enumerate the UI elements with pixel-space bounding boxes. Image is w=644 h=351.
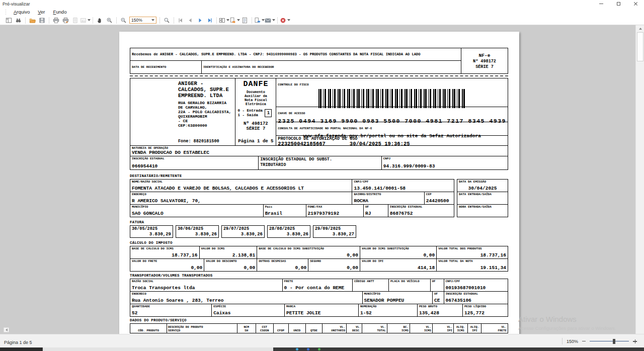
status-page-info: Página 1 de 5: [4, 340, 32, 345]
receipt-text: Recebemos de ANIGER - CALCADOS, SUPR.E E…: [130, 48, 461, 61]
danfe-subtitle-line1: Documento Auxiliar da: [237, 90, 274, 98]
vertical-scroll-thumb[interactable]: [637, 32, 643, 61]
maximize-button[interactable]: [610, 0, 627, 8]
minimize-icon: [599, 4, 603, 4]
gross-weight-label: PESO BRUTO: [419, 305, 461, 308]
installment-value: 3.830,26: [223, 232, 263, 237]
print-icon: [53, 17, 59, 24]
col-header: CÓD. PRODUTO: [131, 329, 166, 332]
prev-page-button[interactable]: [186, 16, 195, 25]
find-icon: [15, 17, 22, 24]
window-controls: [593, 0, 644, 8]
print-direct-button[interactable]: [61, 16, 70, 25]
open-button[interactable]: [28, 16, 37, 25]
tax-value: 18.737,16: [438, 252, 506, 258]
scroll-left-button[interactable]: [4, 327, 9, 332]
danfe-page-number: Página 1 de 5: [238, 139, 273, 144]
status-zoom-widget: 150%: [562, 338, 637, 344]
scroll-up-icon: [639, 28, 642, 30]
close-button[interactable]: [627, 0, 644, 8]
carrier-row-1: RAZÃO SOCIALTroca Transportes ltda FRETE…: [130, 279, 508, 292]
taskbar-icon-1[interactable]: [296, 348, 298, 350]
document-page: Recebemos de ANIGER - CALCADOS, SUPR.E E…: [119, 32, 519, 334]
zoom-in-slider-button[interactable]: [633, 339, 637, 343]
issuer-phone: Fone: 8820181500: [178, 139, 233, 144]
zoom-out-slider-button[interactable]: [582, 341, 586, 342]
recipient-phone-value: 21979379192: [308, 211, 362, 216]
picture-button[interactable]: [80, 16, 91, 25]
carrier-uf-label: UF: [432, 280, 442, 283]
col-header: TOTAL: [363, 329, 386, 332]
emission-date-value: 30/04/2025: [459, 186, 506, 191]
recipient-cnpj-label: CNPJ/CPF: [354, 180, 452, 184]
print-button[interactable]: [51, 16, 61, 25]
registration-row: INSCRIÇÃO ESTADUAL 066954410 INSCRIÇÃO E…: [130, 156, 508, 170]
save-icon: [39, 17, 45, 24]
save-button[interactable]: [37, 16, 47, 25]
text-view-button[interactable]: [240, 16, 250, 25]
nfe-series: SÉRIE 7: [475, 64, 494, 69]
quantity-value: 52: [132, 310, 210, 316]
zoom-slider[interactable]: [590, 341, 629, 341]
recipient-address-value: R AMERICO SALVATORI, 70,: [132, 198, 350, 204]
zoom-slider-thumb[interactable]: [613, 339, 615, 344]
tax-value: 18.737,16: [132, 252, 198, 258]
brand-value: PETITE JOLIE: [286, 310, 357, 316]
recipient-cnpj-value: 13.450.141/0001-58: [354, 186, 452, 191]
freight-label: FRETE: [284, 280, 351, 283]
scroll-up-button[interactable]: [636, 25, 644, 32]
last-page-button[interactable]: [205, 16, 214, 25]
panes-button[interactable]: [4, 16, 14, 25]
col-header: CSOSN: [257, 329, 272, 332]
recipient-cep-value: 24420500: [426, 198, 452, 204]
taskbar-active-window[interactable]: [43, 347, 273, 351]
menu-ver[interactable]: Ver: [35, 9, 48, 15]
operation-nature-row: NATUREZA DE OPERAÇÃO VENDA PRODUCAO DO E…: [130, 145, 508, 156]
nfe-number: Nº 498172: [473, 59, 496, 64]
zoom-out-button[interactable]: [119, 16, 128, 25]
pan-button[interactable]: [95, 16, 105, 25]
menu-fundo[interactable]: Fundo: [50, 9, 69, 15]
minimize-button[interactable]: [593, 0, 610, 8]
col-header: ICMS: [388, 329, 409, 332]
tax-value: 0,00: [362, 252, 435, 258]
tax-label: BASE DE CÁLCULO DO ICMS: [132, 247, 198, 250]
installment-date: 30/05/2025: [132, 226, 171, 231]
title-bar: Pré-visualizar: [0, 0, 644, 8]
operation-nature-label: NATUREZA DE OPERAÇÃO: [132, 146, 506, 150]
col-header: UNID: [290, 329, 305, 332]
taskbar-icon-2[interactable]: [307, 348, 309, 350]
tax-label: VALOR DO DESCONTO: [206, 259, 255, 263]
emission-date-label: DATA DA EMISSÃO: [459, 180, 506, 184]
taskbar-icon-3[interactable]: [318, 348, 320, 350]
installment-box: 28/08/2025 3.830,26: [267, 225, 310, 238]
multi-page-button[interactable]: [219, 16, 229, 25]
windows-taskbar[interactable]: [0, 347, 644, 351]
find-button[interactable]: [14, 16, 23, 25]
col-header: DESC.: [348, 329, 361, 332]
toolbar-separator: [93, 17, 93, 24]
quantity-label: QUANTIDADE: [132, 305, 210, 308]
export-button[interactable]: [229, 16, 240, 25]
page-preview-button[interactable]: [70, 16, 80, 25]
taskbar-start-area[interactable]: [0, 347, 42, 351]
col-header: CST: [257, 325, 272, 329]
next-page-button[interactable]: [195, 16, 205, 25]
zoom-select-button[interactable]: [162, 16, 172, 25]
danfe-entrada-label: 0 - Entrada: [237, 109, 263, 113]
menu-arquivo[interactable]: Arquivo: [11, 9, 33, 15]
email-button[interactable]: [265, 16, 275, 25]
toolbar-separator: [25, 17, 26, 24]
state-registration-value: 066954410: [132, 163, 257, 169]
vertical-scrollbar[interactable]: [635, 25, 644, 334]
zoom-in-button[interactable]: [105, 16, 114, 25]
close-preview-button[interactable]: [280, 16, 290, 25]
col-header: QTDE: [307, 329, 321, 332]
col-header: IPI: [434, 329, 452, 332]
page-export-button[interactable]: [254, 16, 265, 25]
zoom-combobox[interactable]: 150%: [129, 17, 156, 24]
first-page-button[interactable]: [176, 16, 186, 25]
entry-exit-date-label: DATA ENTRADA/SAÍDA: [459, 193, 506, 196]
col-header: VL.: [363, 325, 386, 329]
fisco-control-label: CONTROLE DO FISCO: [278, 83, 308, 86]
